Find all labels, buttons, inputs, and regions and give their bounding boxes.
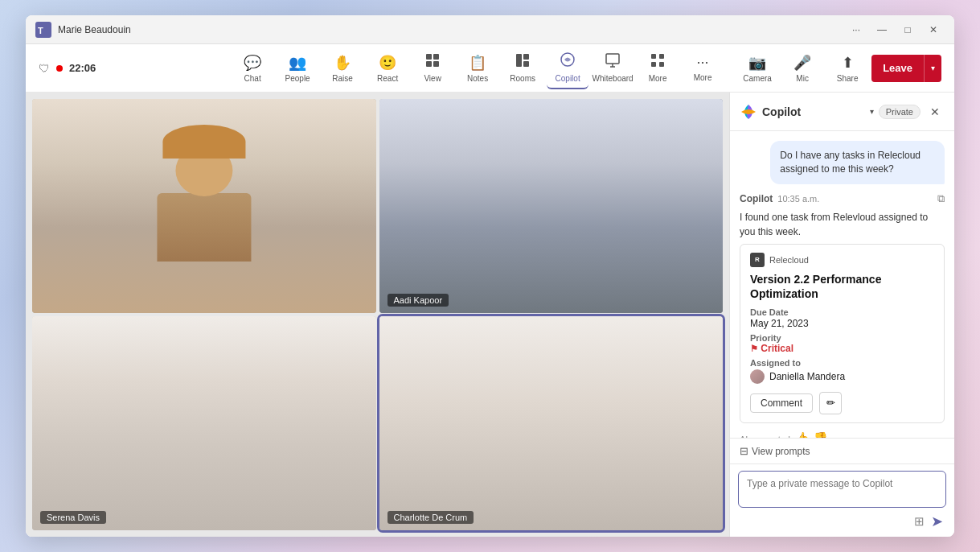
main-content: Aadi Kapoor Serena Davis Charlotte De Cr… bbox=[26, 93, 954, 537]
apps-icon bbox=[650, 53, 665, 72]
due-date-value: May 21, 2023 bbox=[750, 318, 934, 329]
close-button[interactable]: ✕ bbox=[922, 19, 945, 41]
copilot-response: Copilot 10:35 a.m. ⧉ I found one task fr… bbox=[740, 192, 945, 438]
react-icon: 🙂 bbox=[379, 54, 396, 72]
priority-field: Priority ⚑ Critical bbox=[750, 333, 934, 354]
copilot-meta: Copilot 10:35 a.m. ⧉ bbox=[740, 192, 945, 205]
private-badge: Private bbox=[879, 105, 921, 119]
priority-value: ⚑ Critical bbox=[750, 343, 934, 354]
camera-button[interactable]: 📷 Camera bbox=[736, 47, 778, 89]
whiteboard-label: Whiteboard bbox=[593, 74, 634, 83]
notes-button[interactable]: 📋 Notes bbox=[457, 47, 498, 89]
svg-rect-16 bbox=[659, 62, 664, 67]
react-label: React bbox=[377, 74, 398, 83]
share-button[interactable]: ⬆ Share bbox=[826, 47, 868, 89]
toolbar-left: 🛡 22:06 bbox=[39, 62, 96, 75]
more-label: More bbox=[694, 73, 712, 82]
table-icon: ⊞ bbox=[914, 514, 925, 529]
view-prompts-icon: ⊟ bbox=[740, 445, 748, 457]
thumbs-up-button[interactable]: 👍 bbox=[795, 431, 809, 438]
copy-icon[interactable]: ⧉ bbox=[937, 192, 945, 205]
copilot-button[interactable]: Copilot bbox=[547, 47, 588, 89]
svg-rect-7 bbox=[523, 54, 529, 60]
mic-button[interactable]: 🎤 Mic bbox=[781, 47, 823, 89]
relecloud-icon: R bbox=[750, 253, 765, 267]
more-icon: ··· bbox=[697, 54, 709, 71]
svg-rect-6 bbox=[516, 54, 522, 67]
svg-rect-5 bbox=[433, 61, 439, 67]
react-button[interactable]: 🙂 React bbox=[367, 47, 408, 89]
chat-button[interactable]: 💬 Chat bbox=[232, 47, 273, 89]
bot-message: I found one task from Relevloud assigned… bbox=[740, 210, 945, 239]
send-icon: ➤ bbox=[931, 513, 943, 529]
maximize-button[interactable]: □ bbox=[896, 19, 919, 41]
svg-rect-4 bbox=[426, 61, 432, 67]
copilot-input[interactable] bbox=[738, 471, 946, 508]
bot-name: Copilot bbox=[740, 193, 773, 204]
assignee-avatar bbox=[750, 369, 765, 384]
thumbs-down-button[interactable]: 👎 bbox=[814, 431, 827, 438]
view-label: View bbox=[424, 74, 441, 83]
minimize-button[interactable]: — bbox=[871, 19, 893, 41]
copilot-title: Copilot bbox=[762, 105, 865, 118]
titlebar: T Marie Beaudouin ··· — □ ✕ bbox=[26, 15, 954, 44]
video-cell-p4: Charlotte De Crum bbox=[379, 316, 724, 530]
video-grid: Aadi Kapoor Serena Davis Charlotte De Cr… bbox=[26, 93, 729, 537]
table-icon-button[interactable]: ⊞ bbox=[914, 514, 925, 529]
flag-icon: ⚑ bbox=[750, 344, 758, 353]
call-timer: 22:06 bbox=[69, 62, 96, 74]
copilot-dropdown-icon[interactable]: ▾ bbox=[870, 107, 874, 116]
bot-time: 10:35 a.m. bbox=[777, 194, 819, 204]
svg-text:T: T bbox=[38, 26, 43, 35]
rooms-button[interactable]: Rooms bbox=[502, 47, 543, 89]
task-card-header: R Relecloud bbox=[750, 253, 934, 267]
notes-icon: 📋 bbox=[469, 54, 486, 72]
svg-rect-15 bbox=[651, 62, 656, 67]
task-actions: Comment ✏ bbox=[750, 392, 934, 414]
leave-button-group: Leave ▾ bbox=[871, 55, 941, 82]
toolbar: 🛡 22:06 💬 Chat 👥 People ✋ Raise 🙂 bbox=[26, 44, 954, 93]
priority-label: Priority bbox=[750, 333, 934, 343]
video-cell-p3: Serena Davis bbox=[32, 316, 376, 530]
people-button[interactable]: 👥 People bbox=[277, 47, 318, 89]
raise-icon: ✋ bbox=[334, 54, 351, 72]
share-label: Share bbox=[837, 74, 859, 83]
assignee-field: Assigned to Daniella Mandera bbox=[750, 358, 934, 384]
participant-name-p3: Serena Davis bbox=[40, 511, 106, 524]
view-button[interactable]: View bbox=[412, 47, 453, 89]
priority-text: Critical bbox=[761, 343, 793, 354]
copilot-input-area: ⊞ ➤ bbox=[730, 463, 954, 537]
apps-button[interactable]: More bbox=[637, 47, 679, 89]
svg-rect-3 bbox=[433, 54, 439, 60]
leave-button[interactable]: Leave bbox=[871, 55, 925, 82]
leave-caret-button[interactable]: ▾ bbox=[925, 55, 941, 82]
apps-label: More bbox=[649, 74, 667, 83]
whiteboard-button[interactable]: Whiteboard bbox=[592, 47, 634, 89]
more-options-button[interactable]: ··· bbox=[845, 19, 867, 41]
due-date-field: Due Date May 21, 2023 bbox=[750, 307, 934, 329]
copilot-close-button[interactable]: ✕ bbox=[925, 102, 945, 122]
svg-rect-13 bbox=[651, 54, 656, 59]
edit-button[interactable]: ✏ bbox=[819, 392, 842, 414]
input-actions: ⊞ ➤ bbox=[738, 513, 946, 530]
comment-button[interactable]: Comment bbox=[750, 393, 813, 413]
whiteboard-icon bbox=[605, 53, 620, 72]
copilot-messages: Do I have any tasks in Relecloud assigne… bbox=[730, 131, 954, 438]
raise-button[interactable]: ✋ Raise bbox=[322, 47, 363, 89]
copilot-icon bbox=[560, 51, 576, 72]
more-button[interactable]: ··· More bbox=[682, 47, 724, 89]
send-button[interactable]: ➤ bbox=[931, 513, 943, 530]
video-cell-p2: Aadi Kapoor bbox=[379, 99, 724, 313]
due-date-label: Due Date bbox=[750, 307, 934, 317]
chat-label: Chat bbox=[244, 74, 261, 83]
raise-label: Raise bbox=[332, 74, 353, 83]
task-source: Relecloud bbox=[769, 255, 809, 265]
shield-icon: 🛡 bbox=[39, 62, 50, 75]
rooms-label: Rooms bbox=[510, 74, 535, 83]
assignee-name: Daniella Mandera bbox=[769, 371, 845, 382]
participant-name-p4: Charlotte De Crum bbox=[387, 511, 474, 524]
task-title: Version 2.2 Performance Optimization bbox=[750, 272, 934, 301]
view-prompts-row[interactable]: ⊟ View prompts bbox=[730, 438, 954, 463]
share-icon: ⬆ bbox=[842, 54, 854, 72]
svg-rect-14 bbox=[659, 54, 664, 59]
